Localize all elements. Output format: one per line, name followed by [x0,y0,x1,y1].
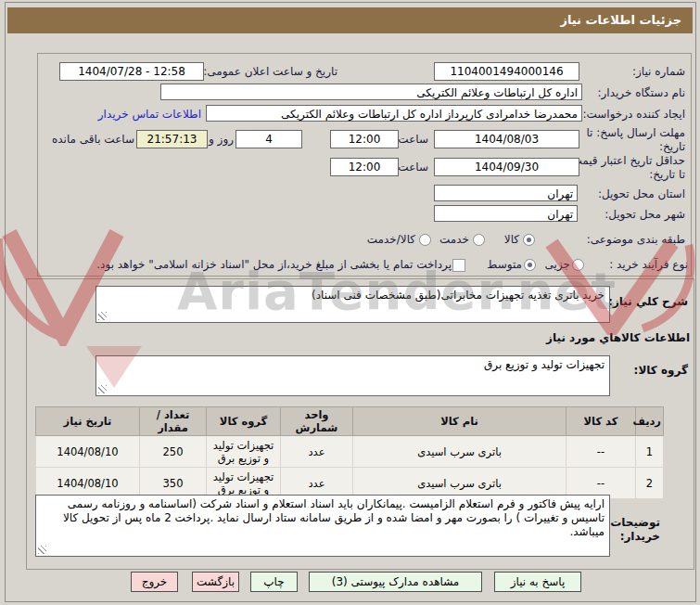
goods-table: ردیف کد کالا نام کالا واحد شمارش گروه کا… [35,406,664,499]
tender-detail-page: جزئیات اطلاعات نیاز شماره نیاز: 11040014… [0,0,700,605]
radio-minor-label[interactable]: جزیی [545,258,570,271]
request-creator-label: ایجاد کننده درخواست: [582,108,685,121]
delivery-province-label: استان محل تحویل: [598,187,685,200]
exit-button[interactable]: خروج [131,572,178,592]
cell-count-unit: عدد [281,436,353,468]
price-validity-time[interactable]: 12:00 [330,158,399,176]
classification-label: طبقه بندی موضوعی: [587,233,685,246]
price-validity-hour-label: ساعت [398,161,428,174]
col-goods-name: نام کالا [353,407,566,436]
process-type-label: نوع فرآیند خرید : [609,258,688,271]
radio-goods[interactable] [523,234,535,246]
countdown-days-label: روز و [209,133,234,146]
col-row-number: ردیف [636,407,664,436]
reply-deadline-time[interactable]: 12:00 [330,130,399,148]
treasury-checkbox[interactable] [452,259,465,272]
radio-service-label[interactable]: خدمت [439,233,469,246]
buyer-notes-textarea[interactable]: ارایه پیش فاکتور و فرم استعلام الزامیست … [35,495,610,557]
col-goods-group: گروه کالا [207,407,281,436]
radio-minor[interactable] [572,259,584,271]
goods-section-title: اطلاعات کالاهاي مورد نیاز [546,331,690,344]
price-validity-label: حداقل تاریخ اعتبار قیمت: تا تاریخ: [565,154,685,182]
countdown-remaining-label: ساعت باقی مانده [52,133,134,146]
buyer-notes-label: توضیحات خریدار: [606,516,660,544]
cell-need-date: 1404/08/10 [36,436,140,468]
page-title: جزئیات اطلاعات نیاز [7,7,693,33]
price-validity-date[interactable]: 1404/09/30 [434,158,579,176]
cell-row-number: 1 [636,436,664,468]
col-need-date: تاریخ نیاز [36,407,140,436]
print-button[interactable]: چاپ [250,572,298,592]
radio-goods-service-label[interactable]: کالا/خدمت [367,233,415,246]
reply-to-need-button[interactable]: پاسخ به نیاز [494,572,581,592]
col-quantity: تعداد / مقدار [140,407,207,436]
buyer-org-label: نام دستگاه خریدار: [598,86,686,99]
announce-datetime-label: تاریخ و ساعت اعلان عمومی: [203,65,337,78]
cell-quantity: 250 [140,436,207,468]
announce-datetime-value[interactable]: 1404/07/28 - 12:58 [59,62,204,81]
need-number-label: شماره نیاز: [632,65,685,78]
buyer-org-value[interactable]: اداره کل ارتباطات وعلائم الکتریکی [160,84,582,100]
reply-deadline-date[interactable]: 1404/08/03 [434,130,579,148]
countdown-time-value: 21:57:13 [136,130,208,148]
reply-deadline-hour-label: ساعت [398,133,428,146]
radio-medium-label[interactable]: متوسط [487,258,522,271]
goods-group-textarea[interactable]: تجهیزات تولید و توزیع برق [95,355,610,396]
goods-group-label: گروه کالا: [634,364,688,377]
goods-table-header-row: ردیف کد کالا نام کالا واحد شمارش گروه کا… [36,407,664,436]
need-number-value[interactable]: 1104001494000146 [434,62,579,81]
need-description-label: شرح کلي نیاز: [608,295,688,308]
buyer-contact-link[interactable]: اطلاعات تماس خریدار [98,108,201,121]
view-attachments-button[interactable]: مشاهده مدارک پیوستی (3) [309,572,482,592]
treasury-checkbox-label: پرداخت تمام یا بخشی از مبلغ خرید،از محل … [96,258,452,271]
col-goods-code: کد کالا [566,407,636,436]
delivery-province-value[interactable]: تهران [434,185,578,201]
radio-goods-label[interactable]: کالا [504,233,519,246]
request-creator-value[interactable]: محمدرضا خدامرادی کارپرداز اداره کل ارتبا… [206,105,582,122]
cell-row-number: 2 [636,468,664,499]
table-row: 1 -- باتری سرب اسیدی عدد تجهیزات تولید و… [36,436,664,468]
reply-deadline-label: مهلت ارسال پاسخ: تا تاریخ: [565,126,685,154]
back-button[interactable]: بازگشت [192,572,239,592]
cell-goods-code: -- [566,436,636,468]
countdown-days-value: 4 [235,130,302,148]
need-description-textarea[interactable]: خرید باتری تغذیه تجهیزات مخابراتی(طبق مش… [95,286,610,323]
radio-service[interactable] [473,234,485,246]
cell-goods-group: تجهیزات تولید و توزیع برق [207,436,281,468]
radio-goods-service[interactable] [419,234,431,246]
delivery-city-label: شهر محل تحویل: [605,208,685,221]
cell-goods-name: باتری سرب اسیدی [353,436,566,468]
delivery-city-value[interactable]: تهران [434,205,578,222]
radio-medium[interactable] [524,259,536,271]
col-count-unit: واحد شمارش [281,407,353,436]
